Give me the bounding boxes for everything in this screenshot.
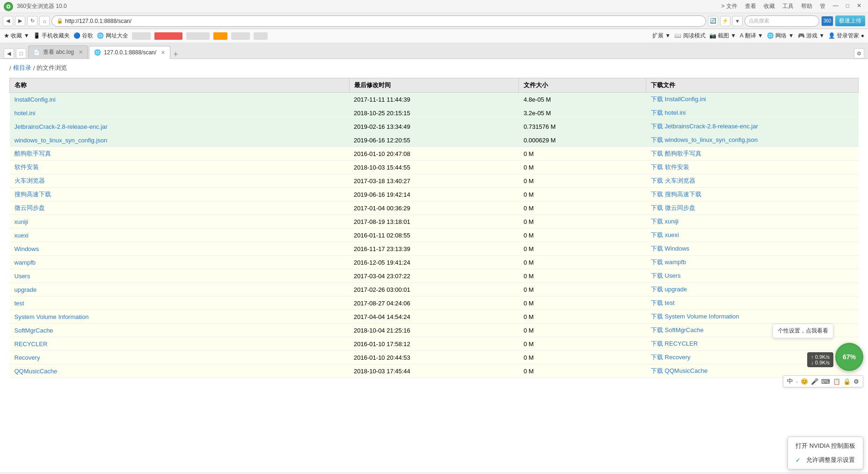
file-link[interactable]: JetbrainsCrack-2.8-release-enc.jar xyxy=(15,123,108,130)
context-menu-item-display[interactable]: 允许调整显示设置 xyxy=(788,453,863,467)
maximize-btn[interactable]: □ xyxy=(843,2,852,10)
upload-button[interactable]: 极速上传 xyxy=(835,15,865,26)
bookmark-ext4[interactable] xyxy=(213,32,227,40)
file-link[interactable]: hotel.ini xyxy=(15,110,36,117)
toolbar-translate[interactable]: A 翻译 ▼ xyxy=(740,32,763,40)
expand-button[interactable]: ▼ xyxy=(732,16,743,26)
file-link[interactable]: 微云同步盘 xyxy=(15,204,45,211)
download-link[interactable]: 下载 QQMusicCache xyxy=(651,367,708,374)
file-link[interactable]: 软件安装 xyxy=(15,163,39,170)
file-link[interactable]: Windows xyxy=(15,245,39,252)
user-btn[interactable]: 管 xyxy=(817,2,828,10)
ime-keyboard[interactable]: ⌨ xyxy=(821,378,830,385)
file-link[interactable]: xuexi xyxy=(15,232,29,239)
search-bar[interactable]: 点此搜索 xyxy=(744,15,819,27)
download-link[interactable]: 下载 xuexi xyxy=(651,231,679,238)
file-link[interactable]: 火车浏览器 xyxy=(15,177,45,184)
ime-chinese[interactable]: 中 xyxy=(787,377,793,385)
file-link[interactable]: windows_to_linux_syn_config.json xyxy=(15,137,108,144)
file-link[interactable]: QQMusicCache xyxy=(15,368,58,375)
download-link[interactable]: 下载 搜狗高速下载 xyxy=(651,191,701,198)
download-link[interactable]: 下载 System Volume Information xyxy=(651,313,739,320)
minimize-btn[interactable]: — xyxy=(830,2,841,10)
toolbar-readmode[interactable]: 📖 阅读模式 xyxy=(674,32,705,40)
col-modified[interactable]: 最后修改时间 xyxy=(349,78,519,93)
toolbar-screenshot[interactable]: 📷 截图 ▼ xyxy=(709,32,737,40)
download-link[interactable]: 下载 火车浏览器 xyxy=(651,177,695,184)
forward-button[interactable]: ▶ xyxy=(15,16,25,26)
download-link[interactable]: 下载 软件安装 xyxy=(651,163,689,170)
bookmark-ext1[interactable] xyxy=(132,32,151,40)
tab2-close[interactable]: ✕ xyxy=(161,50,165,56)
download-link[interactable]: 下载 hotel.ini xyxy=(651,109,686,116)
help-menu-btn[interactable]: 帮助 xyxy=(798,2,815,10)
context-menu-item-nvidia[interactable]: 打开 NVIDIA 控制面板 xyxy=(788,439,863,453)
promo-box[interactable]: 个性设置，点我看看 xyxy=(773,324,833,338)
download-link[interactable]: 下载 Windows xyxy=(651,245,689,252)
ime-settings[interactable]: ⚙ xyxy=(853,378,859,385)
bookmark-ext6[interactable] xyxy=(254,32,268,40)
file-link[interactable]: Recovery xyxy=(15,354,40,361)
new-tab-button[interactable]: + xyxy=(171,50,180,59)
network-widget[interactable]: 67% xyxy=(835,343,863,371)
download-link[interactable]: 下载 upgrade xyxy=(651,286,687,293)
download-link[interactable]: 下载 windows_to_linux_syn_config.json xyxy=(651,136,758,143)
file-link[interactable]: RECYCLER xyxy=(15,341,48,348)
download-link[interactable]: 下载 酷狗歌手写真 xyxy=(651,150,701,157)
toolbar-games[interactable]: 🎮 游戏 ▼ xyxy=(798,32,825,40)
tools-menu-btn[interactable]: 工具 xyxy=(780,2,796,10)
download-link[interactable]: 下载 RECYCLER xyxy=(651,340,698,347)
ime-dot[interactable]: · xyxy=(796,378,798,385)
360-refresh-button[interactable]: 🔄 xyxy=(708,16,718,26)
tab-settings-btn[interactable]: ⚙ xyxy=(854,48,864,59)
favorites-menu-btn[interactable]: 收藏 xyxy=(761,2,778,10)
download-link[interactable]: 下载 xuniji xyxy=(651,218,678,225)
download-link[interactable]: 下载 InstallConfig.ini xyxy=(651,96,706,103)
view-menu-btn[interactable]: 查看 xyxy=(742,2,759,10)
refresh-button[interactable]: ↻ xyxy=(27,16,37,26)
download-link[interactable]: 下载 Recovery xyxy=(651,354,691,361)
ime-voice[interactable]: 🎤 xyxy=(811,378,818,385)
download-link[interactable]: 下载 SoftMgrCache xyxy=(651,326,704,333)
file-link[interactable]: 酷狗歌手写真 xyxy=(15,150,51,157)
bookmark-ext5[interactable] xyxy=(231,32,250,40)
download-link[interactable]: 下载 wampfb xyxy=(651,259,686,266)
file-link[interactable]: System Volume Information xyxy=(15,313,89,320)
ime-emoji[interactable]: 😊 xyxy=(801,378,808,385)
close-btn[interactable]: ✕ xyxy=(854,2,864,10)
toolbar-extend[interactable]: 扩展 ▼ xyxy=(652,32,671,40)
bookmark-ext3[interactable] xyxy=(186,32,210,40)
bookmark-mobile[interactable]: 📱 手机收藏夹 xyxy=(33,32,70,40)
download-link[interactable]: 下载 test xyxy=(651,299,675,306)
file-link[interactable]: SoftMgrCache xyxy=(15,327,53,334)
tab-back-btn[interactable]: ◀ xyxy=(4,48,14,59)
lightning-button[interactable]: ⚡ xyxy=(720,16,730,26)
toolbar-login[interactable]: 👤 登录管家 ● xyxy=(828,32,864,40)
file-link[interactable]: test xyxy=(15,300,24,307)
toolbar-network[interactable]: 🌐 网络 ▼ xyxy=(767,32,794,40)
ime-clipboard[interactable]: 📋 xyxy=(833,378,840,385)
back-button[interactable]: ◀ xyxy=(3,16,13,26)
download-link[interactable]: 下载 Users xyxy=(651,272,681,279)
col-size[interactable]: 文件大小 xyxy=(519,78,646,93)
file-link[interactable]: xuniji xyxy=(15,218,29,225)
file-link[interactable]: wampfb xyxy=(15,259,36,266)
tab-abc-log[interactable]: 📄 查看 abc.log ✕ xyxy=(28,45,88,59)
file-link[interactable]: Users xyxy=(15,273,30,280)
file-link[interactable]: 搜狗高速下载 xyxy=(15,191,51,198)
ime-lock[interactable]: 🔒 xyxy=(843,378,851,385)
tab-scan[interactable]: 🌐 127.0.0.1:8888/scan/ ✕ xyxy=(89,46,170,59)
tab-forward-btn[interactable]: □ xyxy=(16,48,26,59)
breadcrumb-root[interactable]: 根目录 xyxy=(13,64,31,72)
home-button[interactable]: ⌂ xyxy=(39,16,50,26)
bookmark-google[interactable]: 🔵 谷歌 xyxy=(73,32,93,40)
bookmark-nav[interactable]: 🌐 网址大全 xyxy=(97,32,128,40)
file-link[interactable]: InstallConfig.ini xyxy=(15,96,56,103)
download-link[interactable]: 下载 微云同步盘 xyxy=(651,204,695,211)
col-name[interactable]: 名称 xyxy=(10,78,350,93)
address-bar[interactable]: 🔒 http://127.0.0.1:8888/scan/ xyxy=(51,15,706,27)
360-logo-btn[interactable]: 360 xyxy=(821,16,833,26)
bookmark-ext2[interactable] xyxy=(154,32,182,40)
file-link[interactable]: upgrade xyxy=(15,286,37,293)
bookmark-favorites[interactable]: ★ 收藏 ▼ xyxy=(4,32,29,40)
